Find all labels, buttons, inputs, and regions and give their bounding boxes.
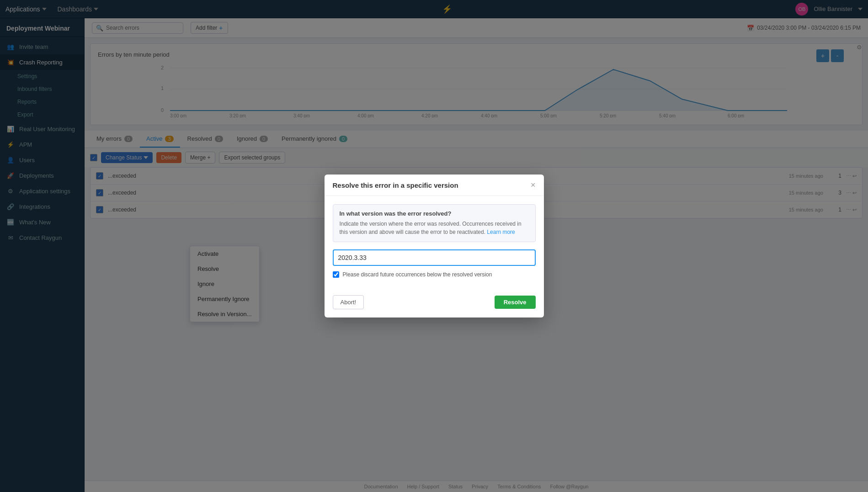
modal-header: Resolve this error in a specific version…	[325, 175, 544, 196]
modal-overlay: Resolve this error in a specific version…	[0, 0, 868, 492]
discard-checkbox[interactable]	[333, 271, 339, 278]
modal-checkbox-row: Please discard future occurrences below …	[333, 271, 536, 278]
modal-info-title: In what version was the error resolved?	[340, 210, 529, 217]
modal-footer: Abort! Resolve	[325, 295, 544, 317]
resolve-button[interactable]: Resolve	[495, 296, 536, 309]
abort-button[interactable]: Abort!	[333, 295, 364, 309]
modal-body: In what version was the error resolved? …	[325, 196, 544, 295]
discard-checkbox-label: Please discard future occurrences below …	[343, 271, 492, 278]
modal-title: Resolve this error in a specific version	[333, 181, 458, 189]
resolve-version-modal: Resolve this error in a specific version…	[325, 175, 544, 317]
modal-info-text: Indicate the version where the error was…	[340, 220, 529, 236]
modal-info-box: In what version was the error resolved? …	[333, 204, 536, 242]
modal-close-button[interactable]: ×	[531, 181, 536, 189]
abort-label: Abort!	[341, 299, 357, 306]
resolve-button-label: Resolve	[504, 299, 527, 306]
version-input[interactable]	[333, 249, 536, 266]
learn-more-link[interactable]: Learn more	[487, 229, 515, 235]
